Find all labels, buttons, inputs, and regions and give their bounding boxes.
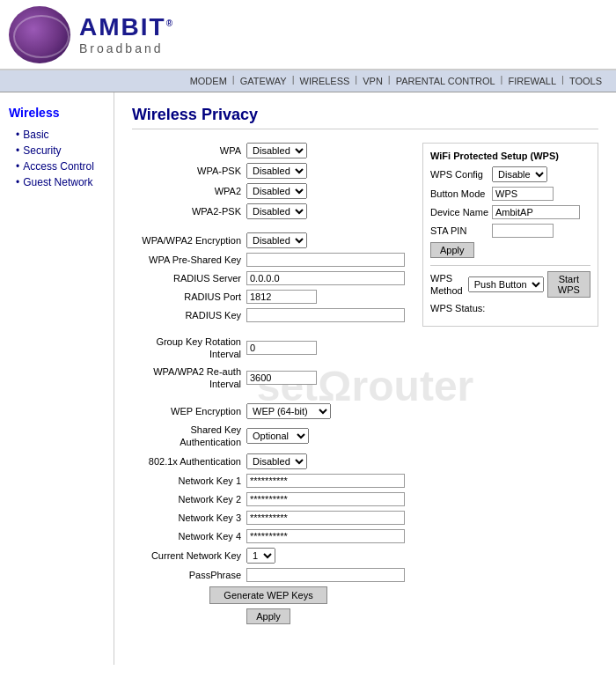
netkey3-input[interactable] [246, 511, 405, 525]
wpa2-label: WPA2 [132, 185, 246, 197]
generate-wep-keys-button[interactable]: Generate WEP Keys [209, 586, 326, 604]
netkey4-input[interactable] [246, 529, 405, 543]
wpa-row: WPA DisabledEnabled [132, 143, 405, 158]
nav-modem[interactable]: MODEM [185, 74, 232, 88]
reauth-row: WPA/WPA2 Re-auth Interval [132, 365, 405, 391]
reauth-label: WPA/WPA2 Re-auth Interval [132, 365, 246, 391]
radius-server-row: RADIUS Server [132, 271, 405, 285]
radius-server-input[interactable] [246, 271, 405, 285]
netkey1-row: Network Key 1 [132, 474, 405, 488]
radius-server-label: RADIUS Server [132, 272, 246, 284]
wpa2psk-row: WPA2-PSK DisabledEnabled [132, 203, 405, 219]
wps-apply-container: Apply [430, 242, 590, 258]
wpa2-select[interactable]: DisabledEnabled [246, 183, 307, 199]
passphrase-input[interactable] [246, 568, 405, 582]
wpawpa2enc-select[interactable]: DisabledEnabled [246, 232, 307, 248]
reauth-input[interactable] [246, 371, 317, 385]
device-name-row: Device Name [430, 205, 590, 219]
wps-method-label: WPS Method [430, 272, 468, 298]
current-key-label: Current Network Key [132, 549, 246, 562]
wpa-select[interactable]: DisabledEnabled [246, 143, 307, 158]
wps-status-row: WPS Status: [430, 302, 590, 314]
nav-parental[interactable]: PARENTAL CONTROL [391, 74, 501, 88]
brand-text: AMBIT® Broadband [79, 13, 174, 55]
netkey2-input[interactable] [246, 492, 405, 506]
wep-enc-select[interactable]: WEP (64-bit)WEP (128-bit) [246, 403, 331, 419]
shared-key-label: Shared Key Authentication [132, 424, 246, 449]
button-mode-label: Button Mode [430, 188, 492, 200]
group-key-label: Group Key Rotation Interval [132, 335, 246, 361]
current-key-row: Current Network Key 1234 [132, 548, 405, 564]
group-key-input[interactable] [246, 341, 317, 355]
nav-gateway[interactable]: GATEWAY [235, 74, 292, 88]
sta-pin-label: STA PIN [430, 225, 492, 237]
wpapreshared-input[interactable] [246, 253, 405, 267]
netkey3-row: Network Key 3 [132, 511, 405, 525]
content: Wireless Basic Security Access Control G… [0, 92, 616, 665]
wpapsk-row: WPA-PSK DisabledEnabled [132, 163, 405, 179]
button-mode-input[interactable] [492, 187, 554, 201]
wpa2-row: WPA2 DisabledEnabled [132, 183, 405, 199]
shared-key-row: Shared Key Authentication OptionalRequir… [132, 424, 405, 449]
netkey1-input[interactable] [246, 474, 405, 488]
header: AMBIT® Broadband [0, 0, 616, 70]
wpa-label: WPA [132, 144, 246, 157]
passphrase-label: PassPhrase [132, 569, 246, 581]
navbar: MODEM | GATEWAY | WIRELESS | VPN | PAREN… [0, 70, 616, 92]
globe-icon [9, 6, 70, 63]
nav-vpn[interactable]: VPN [357, 74, 388, 88]
netkey4-row: Network Key 4 [132, 529, 405, 543]
group-key-row: Group Key Rotation Interval [132, 335, 405, 361]
netkey1-label: Network Key 1 [132, 475, 246, 487]
current-key-select[interactable]: 1234 [246, 548, 275, 564]
netkey2-row: Network Key 2 [132, 492, 405, 506]
wpapsk-select[interactable]: DisabledEnabled [246, 163, 307, 179]
radius-port-row: RADIUS Port [132, 290, 405, 304]
netkey4-label: Network Key 4 [132, 530, 246, 542]
device-name-input[interactable] [492, 205, 580, 219]
sta-pin-row: STA PIN [430, 224, 590, 238]
wpapreshared-row: WPA Pre-Shared Key [132, 253, 405, 267]
left-column: WPA DisabledEnabled WPA-PSK DisabledEnab… [132, 143, 405, 629]
radius-key-label: RADIUS Key [132, 309, 246, 321]
wps-title: WiFi Protected Setup (WPS) [430, 151, 590, 161]
device-name-label: Device Name [430, 206, 492, 218]
wpawpa2enc-row: WPA/WPA2 Encryption DisabledEnabled [132, 232, 405, 248]
dot1x-row: 802.1x Authentication DisabledEnabled [132, 453, 405, 469]
wpapreshared-label: WPA Pre-Shared Key [132, 254, 246, 266]
nav-tools[interactable]: TOOLS [564, 74, 607, 88]
main-inner: setΩrouter WPA DisabledEnabled WPA-PSK [132, 143, 598, 629]
sidebar-item-guest-network[interactable]: Guest Network [9, 174, 105, 190]
wps-method-select[interactable]: Push ButtonPIN [468, 276, 544, 292]
wpa2psk-select[interactable]: DisabledEnabled [246, 203, 307, 219]
radius-port-input[interactable] [246, 290, 317, 304]
wps-box: WiFi Protected Setup (WPS) WPS Config Di… [422, 143, 598, 327]
shared-key-select[interactable]: OptionalRequired [246, 428, 309, 444]
wps-config-label: WPS Config [430, 168, 492, 181]
sidebar: Wireless Basic Security Access Control G… [0, 92, 114, 665]
sidebar-title: Wireless [9, 106, 105, 120]
wps-config-select[interactable]: DisableEnable [492, 166, 547, 182]
page-title: Wireless Privacy [132, 106, 598, 129]
sidebar-item-security[interactable]: Security [9, 143, 105, 158]
logo: AMBIT® Broadband [9, 6, 174, 63]
nav-firewall[interactable]: FIREWALL [502, 74, 561, 88]
brand-name: AMBIT® [79, 13, 174, 41]
sidebar-item-access-control[interactable]: Access Control [9, 158, 105, 174]
brand-sub: Broadband [79, 41, 174, 55]
apply-button[interactable]: Apply [246, 608, 290, 624]
dot1x-select[interactable]: DisabledEnabled [246, 453, 307, 469]
sidebar-item-basic[interactable]: Basic [9, 127, 105, 143]
wep-enc-row: WEP Encryption WEP (64-bit)WEP (128-bit) [132, 403, 405, 419]
main-content: Wireless Privacy setΩrouter WPA Disabled… [114, 92, 616, 665]
dot1x-label: 802.1x Authentication [132, 455, 246, 468]
wps-apply-button[interactable]: Apply [430, 242, 474, 258]
netkey3-label: Network Key 3 [132, 512, 246, 524]
wpa2psk-label: WPA2-PSK [132, 205, 246, 217]
radius-key-input[interactable] [246, 308, 405, 322]
start-wps-button[interactable]: Start WPS [547, 271, 590, 298]
wps-status-label: WPS Status: [430, 302, 492, 314]
wpapsk-label: WPA-PSK [132, 165, 246, 177]
sta-pin-input[interactable] [492, 224, 554, 238]
nav-wireless[interactable]: WIRELESS [295, 74, 356, 88]
